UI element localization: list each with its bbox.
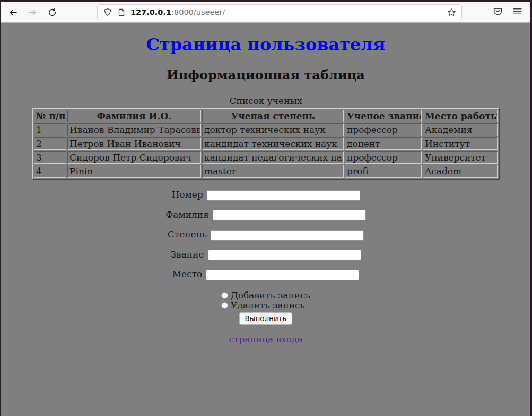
toolbar-right-icons (493, 6, 522, 19)
table-header-cell: Фамилия И.О. (67, 110, 201, 122)
browser-toolbar: 127.0.0.1:8000/useeer/ (1, 2, 530, 23)
add-record-radio[interactable] (221, 292, 228, 299)
form-row: Номер (1, 189, 530, 201)
back-icon (8, 8, 18, 17)
table-header-row: № п/пФамилия И.О.Ученая степеньУченое зв… (34, 110, 498, 122)
surname-input[interactable] (213, 210, 366, 220)
degree-label: Степень (168, 229, 207, 240)
login-link-wrap: страница входа (1, 334, 530, 344)
url-bar[interactable]: 127.0.0.1:8000/useeer/ (97, 4, 462, 20)
page-info-icon[interactable] (115, 6, 128, 19)
form-row: Место (1, 269, 530, 280)
execute-button[interactable]: Выполнить (239, 312, 292, 325)
scientists-table: № п/пФамилия И.О.Ученая степеньУченое зв… (32, 108, 500, 180)
number-input[interactable] (207, 190, 360, 201)
table-body: 1Иванов Владимир Тарасовичдоктор техниче… (34, 123, 498, 178)
page-content: Страница пользователя Информационная таб… (1, 23, 530, 416)
menu-hamburger-icon[interactable] (512, 6, 522, 19)
place-label: Место (172, 269, 203, 279)
degree-input[interactable] (211, 230, 364, 241)
delete-record-option: Удалить запись (221, 300, 310, 311)
number-label: Номер (171, 189, 203, 200)
table-cell: Сидоров Петр Сидорович (67, 151, 201, 164)
table-cell: профессор (345, 123, 422, 136)
table-row: 1Иванов Владимир Тарасовичдоктор техниче… (34, 123, 498, 136)
record-form: НомерФамилияСтепеньЗваниеМесто Добавить … (1, 189, 530, 325)
title-input[interactable] (208, 250, 361, 260)
table-cell: 1 (34, 123, 66, 136)
table-row: 3Сидоров Петр Сидоровичкандидат педагоги… (34, 151, 498, 164)
table-cell: Институт (423, 137, 498, 150)
page-subtitle: Информационная таблица (1, 67, 530, 83)
url-text[interactable]: 127.0.0.1:8000/useeer/ (130, 8, 444, 16)
delete-record-label: Удалить запись (231, 300, 305, 311)
add-record-label: Добавить запись (231, 290, 310, 300)
table-cell: кандидат технических наук (202, 137, 344, 150)
bookmark-star-icon[interactable] (444, 6, 458, 19)
url-path: :8000/useeer/ (171, 8, 225, 16)
table-row: 4PininmasterprofiAcadem (34, 165, 498, 178)
table-cell: доктор технических наук (202, 123, 344, 136)
shield-icon[interactable] (101, 6, 115, 19)
login-page-link[interactable]: страница входа (229, 334, 302, 344)
form-row: Степень (1, 229, 530, 241)
table-cell: доцент (345, 137, 422, 150)
reload-icon (48, 8, 57, 17)
forward-button[interactable] (24, 4, 40, 20)
table-header-cell: Место работы (423, 110, 498, 122)
browser-window: 127.0.0.1:8000/useeer/ Страница пользова… (0, 0, 532, 416)
form-row: Фамилия (1, 209, 530, 221)
table-cell: Academ (423, 165, 498, 178)
page-title: Страница пользователя (1, 34, 530, 55)
table-cell: профессор (345, 151, 422, 164)
form-row: Звание (1, 249, 530, 261)
pocket-icon[interactable] (493, 6, 503, 19)
table-cell: 3 (34, 151, 66, 164)
reload-button[interactable] (44, 4, 60, 20)
table-cell: 4 (34, 165, 66, 178)
place-input[interactable] (206, 270, 359, 280)
table-cell: Академия (423, 123, 498, 136)
table-cell: Иванов Владимир Тарасович (67, 123, 201, 136)
scientists-table-wrap: Список ученых № п/пФамилия И.О.Ученая ст… (1, 95, 530, 180)
table-cell: profi (345, 165, 422, 178)
table-header-cell: Ученое звание (345, 110, 422, 122)
table-row: 2Петров Иван Ивановичкандидат технически… (34, 137, 498, 150)
table-caption: Список ученых (1, 95, 530, 106)
table-cell: Петров Иван Иванович (67, 137, 201, 150)
table-cell: Pinin (67, 165, 201, 178)
delete-record-radio[interactable] (221, 302, 228, 309)
table-cell: кандидат педагогических наук (202, 151, 344, 164)
add-record-option: Добавить запись (221, 290, 310, 300)
url-host: 127.0.0.1 (130, 8, 171, 16)
title-label: Звание (170, 249, 204, 260)
action-radio-group: Добавить записьУдалить запись (221, 290, 310, 311)
table-cell: 2 (34, 137, 66, 150)
forward-icon (28, 8, 37, 17)
table-header-cell: № п/п (34, 110, 66, 122)
table-cell: Университет (423, 151, 498, 164)
form-fields: НомерФамилияСтепеньЗваниеМесто (1, 189, 530, 280)
table-cell: master (202, 165, 344, 178)
surname-label: Фамилия (165, 209, 209, 220)
back-button[interactable] (5, 4, 21, 20)
table-header-cell: Ученая степень (202, 110, 344, 122)
